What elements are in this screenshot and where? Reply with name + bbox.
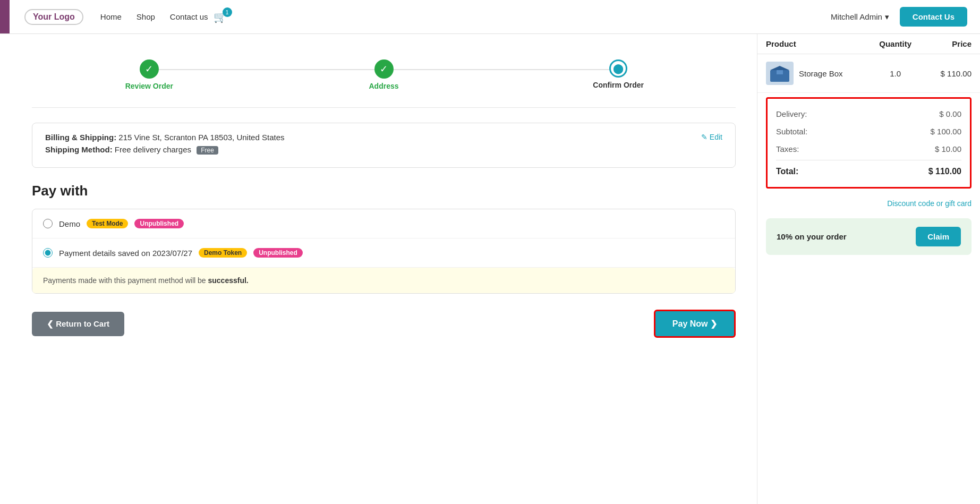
navbar-accent <box>0 0 10 33</box>
svg-rect-2 <box>777 70 783 74</box>
step-circle-confirm: ⬤ <box>609 59 627 78</box>
discount-link[interactable]: Discount code or gift card <box>757 195 980 214</box>
delivery-value: $ 0.00 <box>939 109 961 118</box>
step-circle-address: ✓ <box>374 59 394 79</box>
logo: Your Logo <box>24 9 83 25</box>
pay-now-button[interactable]: Pay Now ❯ <box>654 310 736 338</box>
cart-badge: 1 <box>223 7 232 17</box>
main-container: ✓ Review Order ✓ Address ⬤ Confirm Order… <box>0 34 980 504</box>
delivery-row: Delivery: $ 0.00 <box>776 105 961 123</box>
dropdown-arrow-icon: ▾ <box>885 12 889 22</box>
shipping-method-value: Free delivery charges <box>115 145 191 154</box>
demo-text: Demo <box>59 219 80 228</box>
unpublished-badge-saved: Unpublished <box>253 248 303 258</box>
nav-contact[interactable]: Contact us <box>170 12 208 21</box>
total-row: Total: $ 110.00 <box>776 160 961 181</box>
shipping-method-row: Shipping Method: Free delivery charges F… <box>45 145 722 155</box>
logo-text: Your Logo <box>33 12 75 21</box>
user-name: Mitchell Admin <box>831 12 882 21</box>
user-dropdown[interactable]: Mitchell Admin ▾ <box>831 12 889 22</box>
promo-text: 10% on your order <box>777 232 847 241</box>
subtotal-row: Subtotal: $ 100.00 <box>776 123 961 140</box>
total-value: $ 110.00 <box>928 167 961 176</box>
billing-address-row: ✎ Edit Billing & Shipping: 215 Vine St, … <box>45 133 722 142</box>
right-panel: Product Quantity Price <box>757 34 980 504</box>
totals-box: Delivery: $ 0.00 Subtotal: $ 100.00 Taxe… <box>766 97 972 189</box>
demo-token-badge: Demo Token <box>199 248 247 258</box>
product-name: Storage Box <box>799 69 843 78</box>
col-quantity: Quantity <box>867 34 924 54</box>
payment-saved-label[interactable]: Payment details saved on 2023/07/27 <box>59 249 192 258</box>
col-price: Price <box>924 34 980 54</box>
bottom-buttons: ❮ Return to Cart Pay Now ❯ <box>32 310 736 348</box>
pay-with-title: Pay with <box>32 183 736 199</box>
cart-icon[interactable]: 🛒 1 <box>214 11 227 23</box>
step-label-review: Review Order <box>125 82 173 90</box>
return-to-cart-button[interactable]: ❮ Return to Cart <box>32 312 124 336</box>
success-word: successful. <box>208 276 248 285</box>
contact-us-button[interactable]: Contact Us <box>900 7 967 27</box>
svg-marker-1 <box>770 66 789 70</box>
nav-home[interactable]: Home <box>100 12 122 21</box>
delivery-label: Delivery: <box>776 109 807 118</box>
payment-radio-saved[interactable] <box>43 248 53 258</box>
promo-box: 10% on your order Claim <box>766 218 972 255</box>
subtotal-label: Subtotal: <box>776 127 807 136</box>
step-circle-review: ✓ <box>140 59 159 79</box>
shipping-method-label: Shipping Method: <box>45 145 113 154</box>
payment-option-demo: Demo Test Mode Unpublished <box>32 209 735 238</box>
test-mode-badge: Test Mode <box>87 219 128 228</box>
success-note-text: Payments made with this payment method w… <box>43 276 208 285</box>
billing-label: Billing & Shipping: <box>45 133 116 142</box>
nav-links: Home Shop Contact us <box>100 12 208 21</box>
order-table: Product Quantity Price <box>757 34 980 93</box>
navbar: Your Logo Home Shop Contact us 🛒 1 Mitch… <box>0 0 980 34</box>
product-info: Storage Box <box>766 62 858 85</box>
step-label-confirm: Confirm Order <box>593 81 644 89</box>
free-badge: Free <box>197 146 218 155</box>
claim-button[interactable]: Claim <box>916 227 961 246</box>
subtotal-value: $ 100.00 <box>931 127 961 136</box>
col-product: Product <box>757 34 867 54</box>
billing-box: ✎ Edit Billing & Shipping: 215 Vine St, … <box>32 123 736 168</box>
total-label: Total: <box>776 167 798 176</box>
product-quantity: 1.0 <box>867 54 924 93</box>
payment-options-box: Demo Test Mode Unpublished Payment detai… <box>32 209 736 294</box>
payment-saved-text: Payment details saved on 2023/07/27 <box>59 249 192 258</box>
step-review-order: ✓ Review Order <box>32 59 267 90</box>
payment-demo-label[interactable]: Demo <box>59 219 80 228</box>
step-label-address: Address <box>369 82 398 90</box>
product-image <box>766 62 794 85</box>
navbar-right: Mitchell Admin ▾ Contact Us <box>831 7 967 27</box>
unpublished-badge-demo: Unpublished <box>134 219 184 228</box>
edit-link[interactable]: ✎ Edit <box>701 133 722 141</box>
table-row: Storage Box 1.0 $ 110.00 <box>757 54 980 93</box>
step-confirm-order: ⬤ Confirm Order <box>501 59 736 89</box>
nav-shop[interactable]: Shop <box>137 12 155 21</box>
taxes-value: $ 10.00 <box>935 144 961 153</box>
payment-radio-demo[interactable] <box>43 219 53 228</box>
taxes-label: Taxes: <box>776 144 799 153</box>
product-price: $ 110.00 <box>924 54 980 93</box>
step-address: ✓ Address <box>267 59 501 90</box>
storage-box-icon <box>768 64 791 83</box>
taxes-row: Taxes: $ 10.00 <box>776 140 961 158</box>
product-cell: Storage Box <box>757 54 867 93</box>
progress-steps: ✓ Review Order ✓ Address ⬤ Confirm Order <box>32 47 736 108</box>
success-note: Payments made with this payment method w… <box>32 268 735 293</box>
left-panel: ✓ Review Order ✓ Address ⬤ Confirm Order… <box>0 34 757 504</box>
billing-address: 215 Vine St, Scranton PA 18503, United S… <box>118 133 284 142</box>
payment-option-saved: Payment details saved on 2023/07/27 Demo… <box>32 238 735 268</box>
